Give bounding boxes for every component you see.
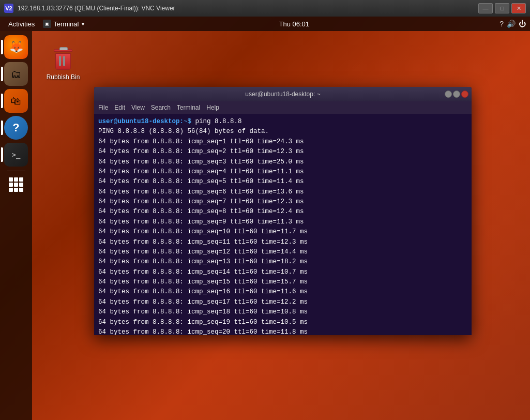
terminal-command: ping 8.8.8.8 [191,118,242,125]
terminal-menu-view[interactable]: View [131,104,145,111]
ping-line: 64 bytes from 8.8.8.8: icmp_seq=5 ttl=60… [98,177,467,187]
terminal-prompt-user: user@ubuntu18-desktop: [98,118,184,125]
ping-line: 64 bytes from 8.8.8.8: icmp_seq=9 ttl=60… [98,217,467,227]
rubbish-bin-label: Rubbish Bin [47,73,80,81]
ping-line: 64 bytes from 8.8.8.8: icmp_seq=14 ttl=6… [98,267,467,277]
grid-dot [9,177,13,182]
panel-clock[interactable]: Thu 06:01 [88,20,499,28]
vnc-window-title: 192.168.1.83:32776 (QEMU (Cliente-Final)… [18,5,474,12]
ping-line: 64 bytes from 8.8.8.8: icmp_seq=12 ttl=6… [98,247,467,257]
terminal-menubar: File Edit View Search Terminal Help [94,101,472,114]
ping-line: 64 bytes from 8.8.8.8: icmp_seq=11 ttl=6… [98,237,467,247]
ping-line: 64 bytes from 8.8.8.8: icmp_seq=18 ttl=6… [98,307,467,317]
panel-right-icons: ? 🔊 ⏻ [499,20,526,28]
dock-item-help[interactable] [4,116,28,140]
vnc-minimize-button[interactable]: — [478,3,493,13]
terminal-window-titlebar: user@ubuntu18-desktop: ~ [94,87,472,101]
terminal-window-title: user@ubuntu18-desktop: ~ [98,91,467,98]
terminal-menu-terminal[interactable]: Terminal [177,104,200,111]
dock-item-firefox[interactable] [4,35,28,59]
grid-dot [19,177,23,182]
terminal-window-controls [445,91,468,98]
trash-can-graphic [54,48,72,70]
terminal-minimize-button[interactable] [445,91,452,98]
ping-line: 64 bytes from 8.8.8.8: icmp_seq=2 ttl=60… [98,147,467,157]
rubbish-bin-icon[interactable]: Rubbish Bin [42,47,84,81]
ping-line: 64 bytes from 8.8.8.8: icmp_seq=16 ttl=6… [98,287,467,297]
vnc-app-icon: V2 [4,4,13,13]
grid-dot [19,183,23,187]
ping-line: 64 bytes from 8.8.8.8: icmp_seq=13 ttl=6… [98,257,467,267]
trash-lid [54,49,72,52]
ping-line: 64 bytes from 8.8.8.8: icmp_seq=8 ttl=60… [98,207,467,217]
application-dock [0,31,32,420]
terminal-window: user@ubuntu18-desktop: ~ File Edit View … [94,87,472,335]
trash-body [55,53,71,70]
ping-output-lines: 64 bytes from 8.8.8.8: icmp_seq=1 ttl=60… [98,137,467,335]
ping-line: 64 bytes from 8.8.8.8: icmp_seq=4 ttl=60… [98,167,467,177]
help-panel-icon[interactable]: ? [499,20,504,28]
terminal-menu-edit[interactable]: Edit [114,104,125,111]
vnc-close-button[interactable]: ✕ [511,3,526,13]
dock-item-software-center[interactable] [4,89,28,113]
activities-button[interactable]: Activities [4,17,39,31]
terminal-panel-icon: ▣ [43,20,51,28]
ubuntu-desktop: Activities ▣ Terminal ▾ Thu 06:01 ? 🔊 ⏻ [0,17,530,420]
dock-separator [7,171,25,171]
terminal-output[interactable]: user@ubuntu18-desktop:~$ ping 8.8.8.8 PI… [94,114,472,335]
ping-line: 64 bytes from 8.8.8.8: icmp_seq=17 ttl=6… [98,297,467,307]
grid-dot [9,188,13,192]
grid-dot [19,188,23,192]
ping-line: 64 bytes from 8.8.8.8: icmp_seq=1 ttl=60… [98,137,467,147]
ping-header-line: PING 8.8.8.8 (8.8.8.8) 56(84) bytes of d… [98,127,467,137]
terminal-prompt-path: ~$ [184,118,191,125]
dock-item-files[interactable] [4,62,28,86]
vnc-titlebar: V2 192.168.1.83:32776 (QEMU (Cliente-Fin… [0,0,530,17]
ping-line: 64 bytes from 8.8.8.8: icmp_seq=19 ttl=6… [98,318,467,327]
terminal-menu-search[interactable]: Search [151,104,171,111]
ping-line: 64 bytes from 8.8.8.8: icmp_seq=3 ttl=60… [98,157,467,167]
grid-dot [9,183,13,187]
terminal-maximize-button[interactable] [453,91,460,98]
ping-line: 64 bytes from 8.8.8.8: icmp_seq=6 ttl=60… [98,187,467,197]
rubbish-bin-image [51,47,75,71]
show-applications-button[interactable] [7,175,25,194]
ping-line: 64 bytes from 8.8.8.8: icmp_seq=20 ttl=6… [98,327,467,335]
grid-dot [14,183,18,187]
grid-dot [14,188,18,192]
ping-line: 64 bytes from 8.8.8.8: icmp_seq=10 ttl=6… [98,227,467,237]
volume-panel-icon[interactable]: 🔊 [507,20,516,28]
ping-line: 64 bytes from 8.8.8.8: icmp_seq=7 ttl=60… [98,197,467,207]
terminal-menu-file[interactable]: File [98,104,108,111]
dock-item-terminal[interactable] [4,143,28,167]
power-panel-icon[interactable]: ⏻ [519,20,526,28]
terminal-prompt-line: user@ubuntu18-desktop:~$ ping 8.8.8.8 [98,117,467,127]
top-panel: Activities ▣ Terminal ▾ Thu 06:01 ? 🔊 ⏻ [0,17,530,31]
ping-line: 64 bytes from 8.8.8.8: icmp_seq=15 ttl=6… [98,277,467,287]
terminal-close-button[interactable] [461,91,468,98]
grid-dot [14,177,18,182]
vnc-window-controls: — □ ✕ [478,3,526,13]
dropdown-arrow-icon: ▾ [82,21,84,27]
terminal-menu-button[interactable]: ▣ Terminal ▾ [39,20,88,28]
vnc-maximize-button[interactable]: □ [495,3,509,13]
terminal-menu-help[interactable]: Help [206,104,219,111]
